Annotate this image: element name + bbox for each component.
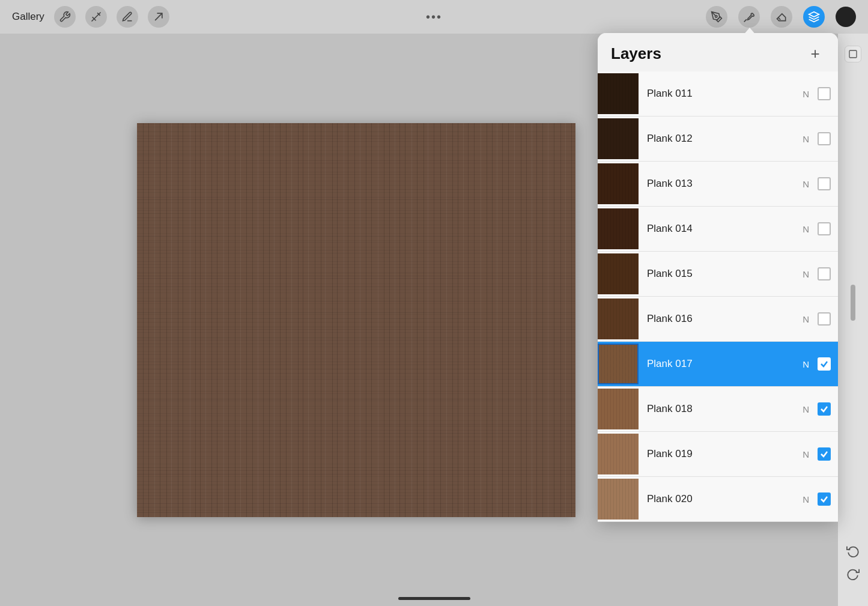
more-options-button[interactable]: •••	[426, 10, 442, 23]
layer-row-018[interactable]: Plank 018N	[598, 387, 838, 432]
arrow-tool-icon[interactable]	[148, 6, 169, 28]
toolbar: Gallery •••	[0, 0, 868, 34]
svg-point-2	[715, 16, 717, 17]
wrench-tool-icon[interactable]	[54, 6, 76, 28]
svg-rect-5	[849, 50, 857, 58]
layer-blend-013: N	[803, 179, 809, 189]
layers-list: Plank 011NPlank 012NPlank 013NPlank 014N…	[598, 71, 838, 522]
toolbar-center: •••	[426, 10, 442, 24]
toolbar-right	[706, 6, 856, 28]
layer-thumbnail-011	[598, 73, 639, 114]
layer-blend-017: N	[803, 359, 809, 369]
layer-name-013: Plank 013	[647, 178, 803, 190]
layer-row-020[interactable]: Plank 020N	[598, 477, 838, 522]
layer-row-013[interactable]: Plank 013N	[598, 162, 838, 207]
layer-checkbox-016[interactable]	[818, 312, 831, 326]
layer-name-015: Plank 015	[647, 268, 803, 280]
layer-thumbnail-018	[598, 389, 639, 429]
layer-name-014: Plank 014	[647, 223, 803, 235]
toolbar-left: Gallery	[12, 6, 169, 28]
layer-name-020: Plank 020	[647, 493, 803, 505]
layer-thumbnail-015	[598, 253, 639, 294]
layer-thumbnail-012	[598, 118, 639, 159]
layers-header: Layers +	[598, 33, 838, 71]
layer-blend-015: N	[803, 269, 809, 279]
layer-checkbox-017[interactable]	[818, 357, 831, 371]
layer-name-018: Plank 018	[647, 403, 803, 415]
layer-name-012: Plank 012	[647, 133, 803, 145]
layer-checkbox-011[interactable]	[818, 87, 831, 100]
layer-blend-016: N	[803, 314, 809, 324]
layer-row-014[interactable]: Plank 014N	[598, 207, 838, 252]
svg-line-0	[91, 13, 100, 22]
layer-blend-011: N	[803, 89, 809, 99]
undo-button[interactable]	[845, 542, 861, 559]
layer-row-015[interactable]: Plank 015N	[598, 252, 838, 297]
scrollbar-thumb[interactable]	[851, 285, 855, 321]
layer-checkbox-015[interactable]	[818, 267, 831, 280]
layer-blend-020: N	[803, 494, 809, 504]
layer-checkbox-014[interactable]	[818, 222, 831, 235]
layer-blend-014: N	[803, 224, 809, 234]
layer-blend-012: N	[803, 134, 809, 144]
layer-row-019[interactable]: Plank 019N	[598, 432, 838, 477]
layer-name-011: Plank 011	[647, 88, 803, 100]
layer-row-012[interactable]: Plank 012N	[598, 117, 838, 162]
redo-button[interactable]	[845, 565, 861, 582]
layer-blend-019: N	[803, 449, 809, 459]
layer-row-017[interactable]: Plank 017N	[598, 342, 838, 387]
layer-checkbox-018[interactable]	[818, 402, 831, 416]
layer-checkbox-020[interactable]	[818, 492, 831, 506]
layers-tool-icon[interactable]	[803, 6, 825, 28]
layer-row-011[interactable]: Plank 011N	[598, 71, 838, 117]
layer-thumbnail-017	[598, 344, 639, 384]
zoom-icon[interactable]	[845, 46, 861, 62]
pen-tool-icon[interactable]	[706, 6, 727, 28]
layer-thumbnail-019	[598, 434, 639, 474]
panel-pointer	[742, 28, 757, 36]
layer-thumbnail-014	[598, 208, 639, 249]
smudge-tool-icon[interactable]	[117, 6, 138, 28]
layer-name-017: Plank 017	[647, 358, 803, 370]
svg-marker-4	[809, 12, 819, 17]
layers-title: Layers	[611, 44, 661, 63]
layers-panel: Layers + Plank 011NPlank 012NPlank 013NP…	[598, 33, 838, 522]
magic-tool-icon[interactable]	[85, 6, 107, 28]
eyedropper-tool-icon[interactable]	[738, 6, 760, 28]
layer-name-016: Plank 016	[647, 313, 803, 325]
layer-checkbox-012[interactable]	[818, 132, 831, 145]
svg-line-3	[744, 19, 747, 22]
layer-thumbnail-020	[598, 479, 639, 520]
home-indicator	[398, 597, 470, 600]
plank-texture	[137, 123, 575, 517]
canvas-image	[137, 123, 575, 517]
scrollbar-area	[838, 34, 868, 606]
gallery-button[interactable]: Gallery	[12, 11, 44, 23]
canvas-wrapper	[137, 123, 575, 517]
layer-row-016[interactable]: Plank 016N	[598, 297, 838, 342]
svg-line-1	[155, 13, 162, 20]
add-layer-button[interactable]: +	[806, 44, 825, 63]
layer-thumbnail-013	[598, 163, 639, 204]
layer-blend-018: N	[803, 404, 809, 414]
layer-name-019: Plank 019	[647, 448, 803, 460]
layer-checkbox-013[interactable]	[818, 177, 831, 190]
layer-checkbox-019[interactable]	[818, 447, 831, 461]
layer-thumbnail-016	[598, 298, 639, 339]
user-avatar[interactable]	[836, 7, 856, 27]
eraser-tool-icon[interactable]	[771, 6, 792, 28]
